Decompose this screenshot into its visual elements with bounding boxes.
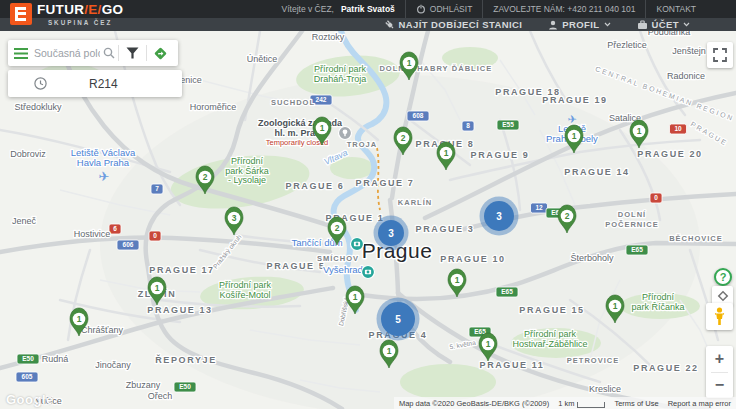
road-badge: 12: [531, 203, 548, 213]
map-label: PRAGUE 14: [564, 167, 629, 177]
svg-text:1: 1: [77, 314, 82, 324]
road-badge: 10: [670, 124, 687, 134]
plug-icon: [384, 19, 395, 30]
map-label: PETROVICE: [567, 356, 619, 365]
camera-poi-icon[interactable]: [362, 266, 375, 279]
menu-button[interactable]: [8, 40, 34, 66]
zoom-control: + −: [706, 346, 733, 398]
search-suggestion-item[interactable]: R214: [8, 70, 182, 97]
airport-plane-icon: ✈: [99, 169, 110, 184]
contact-link[interactable]: KONTAKT: [656, 4, 696, 14]
road-badge: E65: [626, 245, 648, 255]
map-label: Rudná: [42, 354, 69, 364]
svg-text:8: 8: [466, 122, 470, 129]
map-label: PRAGUE 5: [267, 261, 326, 271]
question-icon: ?: [720, 271, 727, 283]
map-label: Zbuzany: [126, 380, 161, 390]
svg-text:1: 1: [444, 148, 449, 158]
map-label: PRAGUE 3: [416, 224, 475, 234]
map-label: ŘEPORYJE: [155, 354, 216, 365]
account-menu[interactable]: ÚČET: [637, 19, 690, 30]
svg-text:1: 1: [637, 126, 642, 136]
svg-text:2: 2: [335, 223, 340, 233]
svg-text:2: 2: [401, 133, 406, 143]
directions-button[interactable]: [147, 40, 173, 66]
svg-text:242: 242: [316, 96, 327, 103]
logout-button[interactable]: ODHLÁSIT: [416, 4, 473, 14]
map-label: PRAGUE 22: [633, 363, 698, 373]
camera-poi-icon[interactable]: [351, 238, 364, 251]
svg-text:606: 606: [123, 241, 134, 248]
svg-text:605: 605: [22, 373, 33, 380]
map-label: Radonice: [667, 71, 705, 81]
charging-station-cluster[interactable]: 3: [374, 216, 409, 251]
svg-text:1: 1: [613, 301, 618, 311]
magnifier-icon: [103, 47, 115, 59]
charging-station-cluster[interactable]: 5: [377, 298, 420, 341]
svg-text:E50: E50: [22, 355, 34, 362]
map-label: Kreslice: [589, 384, 621, 394]
map-label: Ořech: [148, 391, 173, 401]
map-label: PRAGUE 15: [519, 305, 584, 315]
map-label: TROJA: [347, 140, 377, 149]
terms-link[interactable]: Terms of Use: [614, 399, 658, 408]
suggestion-text: R214: [89, 77, 118, 91]
svg-text:1: 1: [407, 58, 412, 68]
road-badge: 7: [151, 184, 163, 194]
map-label: Dobroviz: [10, 149, 46, 159]
road-badge: E65: [496, 287, 518, 297]
search-button[interactable]: [100, 40, 118, 66]
svg-text:1: 1: [455, 275, 460, 285]
svg-text:1: 1: [572, 131, 577, 141]
station-search-bar: [8, 40, 178, 66]
zoom-out-button[interactable]: −: [706, 373, 733, 399]
svg-text:1: 1: [320, 123, 325, 133]
svg-text:0: 0: [654, 194, 658, 201]
fullscreen-button[interactable]: [707, 42, 733, 68]
map-label: Přírodní parkDraháň-Troja: [314, 64, 367, 84]
charging-station-cluster[interactable]: 3: [480, 197, 519, 236]
road-badge: 0: [149, 231, 161, 241]
briefcase-icon: [637, 20, 648, 30]
funnel-icon: [126, 47, 139, 59]
zoo-poi-icon[interactable]: [339, 127, 352, 140]
svg-text:1: 1: [353, 292, 358, 302]
zoom-in-button[interactable]: +: [706, 346, 733, 372]
filter-button[interactable]: [119, 40, 146, 66]
svg-text:2: 2: [565, 211, 570, 221]
map-label: Letiště VáclavaHavla Praha: [71, 147, 136, 168]
search-input[interactable]: [34, 47, 100, 59]
map-attribution: Map data ©2020 GeoBasis-DE/BKG (©2009) 1…: [394, 397, 736, 409]
svg-text:E50: E50: [179, 383, 191, 390]
svg-text:1: 1: [387, 346, 392, 356]
navigate-icon: [153, 46, 168, 61]
map-label: Roztoky: [312, 32, 345, 42]
road-badge: 0: [650, 193, 662, 203]
map-data-text: Map data ©2020 GeoBasis-DE/BKG (©2009): [399, 399, 549, 408]
profile-menu[interactable]: PROFIL: [548, 19, 610, 30]
username: Patrik Svatoš: [341, 4, 395, 14]
map-label: Šterboholy: [570, 253, 614, 263]
map-label: Hostivice: [74, 229, 111, 239]
svg-text:2: 2: [203, 172, 208, 182]
header-divider: [405, 0, 406, 18]
scale-bar: 1 km: [558, 399, 605, 408]
map-label: PRAGUE 11: [480, 360, 545, 370]
map-label: Přírodnípark Šárka- Lysolaje: [225, 156, 269, 185]
futurego-logo[interactable]: FUTUR/E/GO SKUPINA ČEZ: [10, 3, 123, 26]
hamburger-icon: [14, 48, 28, 59]
find-station-button[interactable]: NAJÍT DOBÍJECÍ STANICI: [384, 19, 523, 30]
road-badge: E50: [17, 354, 39, 364]
map-label: Středokluky: [14, 102, 62, 112]
map-label: PRAGUE 17: [149, 265, 214, 275]
map-label: Vyšehrad: [323, 264, 363, 275]
scale-line: [577, 402, 605, 408]
report-error-link[interactable]: Report a map error: [668, 399, 731, 408]
street-view-button[interactable]: [706, 303, 733, 330]
brand-subtitle: SKUPINA ČEZ: [37, 20, 123, 26]
map-label: PRAGUE 10: [440, 254, 505, 264]
help-button[interactable]: ?: [714, 268, 732, 286]
fullscreen-icon: [713, 48, 727, 62]
road-badge: E50: [174, 382, 196, 392]
cez-logo-mark: [10, 3, 32, 25]
